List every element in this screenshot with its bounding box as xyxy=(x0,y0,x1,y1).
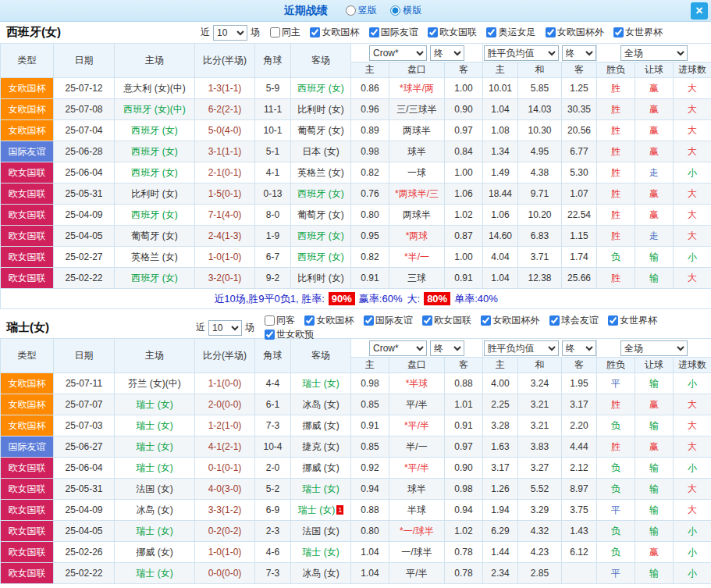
odds-lose: 1.15 xyxy=(562,226,597,247)
league-filter-label: 女世界杯 xyxy=(620,314,657,327)
odds-time-select[interactable]: 终 xyxy=(562,45,596,61)
league-filter[interactable]: 欧女国联 xyxy=(422,314,471,327)
league-filter-checkbox[interactable] xyxy=(369,27,379,37)
dialog-titlebar: 近期战绩 竖版 横版 × xyxy=(0,0,711,22)
col-header-home: 主场 xyxy=(115,339,195,373)
col-header-home-water: 主 xyxy=(351,358,389,373)
col-header-handicap: 盘口 xyxy=(389,358,445,373)
handicap-time-select[interactable]: 终 xyxy=(430,340,464,356)
home-team-name: 冰岛 (女) xyxy=(136,504,172,515)
handicap-line: 两球半 xyxy=(389,120,445,141)
league-filter-checkbox[interactable] xyxy=(546,27,556,37)
handicap-line: 两球半 xyxy=(389,205,445,226)
goals-result: 大 xyxy=(674,437,711,458)
goals-result: 小 xyxy=(674,563,711,584)
league-badge: 女欧国杯 xyxy=(1,99,54,120)
home-team: 西班牙 (女) xyxy=(115,120,195,141)
result: 胜 xyxy=(597,268,635,289)
handicap-line: *两球 xyxy=(389,226,445,247)
league-filter[interactable]: 同客 xyxy=(265,314,295,327)
scope-select[interactable]: 全场 xyxy=(620,45,688,61)
league-filter-checkbox[interactable] xyxy=(422,315,432,326)
home-team-name: 芬兰 (女)(中) xyxy=(128,378,180,389)
league-filter-checkbox[interactable] xyxy=(265,315,275,326)
league-filter[interactable]: 女欧国杯 xyxy=(304,314,354,327)
recent-count-select[interactable]: 10 xyxy=(213,25,247,41)
handicap-line: 三/三球半 xyxy=(389,99,445,120)
odds-draw: 3.27 xyxy=(518,458,562,479)
league-badge: 国际友谊 xyxy=(1,437,54,458)
col-header-result: 胜负 xyxy=(597,62,635,78)
league-filter[interactable]: 世女欧预 xyxy=(265,328,314,341)
odds-lose: 3.17 xyxy=(562,394,597,415)
goals-result: 大 xyxy=(674,205,711,226)
goals-result: 小 xyxy=(674,542,711,563)
odds-mean-controls: 胜平负均值终 xyxy=(483,339,597,358)
odds-draw: 3.24 xyxy=(518,373,562,394)
league-filter[interactable]: 女世界杯 xyxy=(608,314,657,327)
league-filter-checkbox[interactable] xyxy=(310,27,320,37)
league-filter-checkbox[interactable] xyxy=(428,27,438,37)
league-filter[interactable]: 欧女国联 xyxy=(428,26,477,39)
score: 1-5(0-1) xyxy=(195,184,255,205)
away-team-name: 瑞士 (女) xyxy=(302,483,339,494)
home-water: 0.94 xyxy=(351,479,389,500)
odds-time-select[interactable]: 终 xyxy=(562,340,596,356)
league-filter[interactable]: 球会友谊 xyxy=(549,314,599,327)
goals-result: 大 xyxy=(674,78,711,99)
odds-mean-select[interactable]: 胜平负均值 xyxy=(484,45,559,61)
view-mode-option[interactable]: 横版 xyxy=(390,4,421,17)
league-filter-checkbox[interactable] xyxy=(270,27,280,37)
odds-draw: 4.32 xyxy=(518,521,562,542)
odds-mean-select[interactable]: 胜平负均值 xyxy=(484,340,559,356)
view-mode-radio[interactable] xyxy=(346,5,356,16)
league-filter[interactable]: 同主 xyxy=(270,26,300,39)
odds-lose: 6.77 xyxy=(562,141,597,162)
home-team-name: 英格兰 (女) xyxy=(131,251,177,262)
dialog-title: 近期战绩 xyxy=(284,4,328,18)
odds-lose: 6.12 xyxy=(562,542,597,563)
league-filter[interactable]: 国际友谊 xyxy=(369,26,418,39)
odds-lose: 1.07 xyxy=(562,184,597,205)
scope-select[interactable]: 全场 xyxy=(620,340,688,356)
view-mode-radio[interactable] xyxy=(390,5,400,16)
away-water: 1.06 xyxy=(445,184,483,205)
handicap-time-select[interactable]: 终 xyxy=(430,45,464,61)
home-team-name: 西班牙 (女) xyxy=(131,167,177,178)
league-filter[interactable]: 女欧国杯外 xyxy=(546,26,604,39)
league-filter[interactable]: 国际友谊 xyxy=(364,314,413,327)
league-filter-checkbox[interactable] xyxy=(486,27,496,37)
league-filter-checkbox[interactable] xyxy=(265,330,275,340)
handicap-result: 走 xyxy=(635,226,674,247)
home-water: 0.89 xyxy=(351,120,389,141)
league-filter[interactable]: 奥运女足 xyxy=(486,26,535,39)
home-team: 比利时 (女) xyxy=(115,184,195,205)
home-team: 芬兰 (女)(中) xyxy=(115,373,195,394)
recent-count-select[interactable]: 10 xyxy=(208,320,242,336)
league-filter-checkbox[interactable] xyxy=(481,315,491,326)
score: 1-0(1-0) xyxy=(195,542,255,563)
odds-source-select[interactable]: Crow* xyxy=(369,340,427,356)
league-filter[interactable]: 女世界杯 xyxy=(613,26,663,39)
league-filter-checkbox[interactable] xyxy=(304,315,315,326)
league-filter-checkbox[interactable] xyxy=(613,27,624,37)
league-filter[interactable]: 女欧国杯 xyxy=(310,26,359,39)
league-filter[interactable]: 女欧国杯外 xyxy=(481,314,539,327)
close-button[interactable]: × xyxy=(691,2,708,20)
league-badge: 欧女国联 xyxy=(1,500,54,521)
away-team-name: 挪威 (女) xyxy=(302,420,339,431)
result: 胜 xyxy=(597,120,635,141)
col-header-odds-lose: 客 xyxy=(562,62,597,78)
league-badge: 欧女国联 xyxy=(1,542,54,563)
result: 胜 xyxy=(597,437,635,458)
home-team: 挪威 (女) xyxy=(115,542,195,563)
odds-win: 1.08 xyxy=(483,120,518,141)
league-badge: 欧女国联 xyxy=(1,247,54,268)
league-filter-checkbox[interactable] xyxy=(549,315,560,326)
view-mode-option[interactable]: 竖版 xyxy=(346,4,377,17)
home-team: 西班牙 (女) xyxy=(115,162,195,184)
league-filter-checkbox[interactable] xyxy=(364,315,374,326)
odds-win: 1.26 xyxy=(483,479,518,500)
odds-source-select[interactable]: Crow* xyxy=(369,45,427,61)
league-filter-checkbox[interactable] xyxy=(608,315,618,326)
